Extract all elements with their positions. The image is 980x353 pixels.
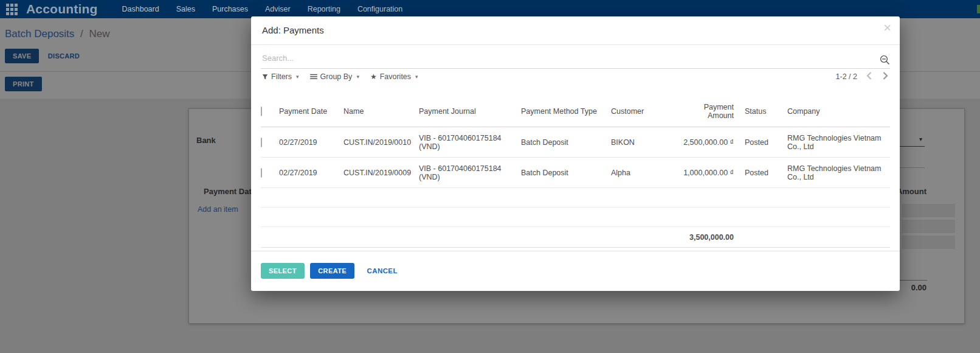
filter-funnel-icon: [262, 74, 268, 80]
screen: Accounting Dashboard Sales Purchases Adv…: [0, 0, 980, 353]
table-row[interactable]: 02/27/2019 CUST.IN/2019/0009 VIB - 60170…: [261, 158, 890, 188]
apps-grid-icon[interactable]: [6, 4, 18, 15]
nav-item-adviser[interactable]: Adviser: [265, 5, 291, 13]
header-payment-amount: Payment Amount: [679, 103, 734, 120]
filters-label: Filters: [271, 72, 292, 81]
chevron-down-icon: ▾: [296, 74, 299, 80]
cell-payment-journal: VIB - 601704060175184 (VND): [419, 164, 521, 181]
table-header-row: Payment Date Name Payment Journal Paymen…: [261, 96, 890, 127]
cell-payment-date: 02/27/2019: [279, 169, 343, 177]
app-brand: Accounting: [26, 2, 98, 16]
favorites-star-icon: ★: [370, 72, 377, 81]
row-checkbox[interactable]: [261, 168, 262, 178]
header-payment-date: Payment Date: [279, 107, 343, 116]
search-magnifier-icon[interactable]: [880, 55, 890, 68]
nav-item-sales[interactable]: Sales: [176, 5, 195, 13]
pager-next-icon[interactable]: [881, 71, 890, 82]
pager-prev-icon[interactable]: [864, 71, 874, 82]
empty-row: [261, 188, 890, 208]
pager: 1-2 / 2: [836, 71, 890, 82]
select-button[interactable]: SELECT: [261, 263, 305, 279]
modal-title: Add: Payments: [262, 25, 324, 35]
total-payment-amount: 3,500,000.00: [679, 233, 734, 242]
chevron-down-icon: ▾: [415, 74, 418, 80]
cell-customer: BIKON: [611, 138, 679, 147]
total-row: 3,500,000.00: [261, 227, 890, 248]
top-navbar: Accounting Dashboard Sales Purchases Adv…: [0, 0, 980, 18]
cell-payment-method-type: Batch Deposit: [521, 138, 611, 147]
nav-item-configuration[interactable]: Configuration: [357, 5, 402, 13]
cell-payment-method-type: Batch Deposit: [521, 169, 611, 177]
modal-header: Add: Payments ×: [251, 16, 900, 45]
header-company: Company: [781, 107, 890, 116]
filters-dropdown[interactable]: Filters ▾: [262, 72, 299, 81]
select-all-checkbox[interactable]: [261, 107, 262, 116]
header-name: Name: [343, 107, 419, 116]
cell-company: RMG Technologies Vietnam Co., Ltd: [781, 164, 890, 181]
favorites-dropdown[interactable]: ★ Favorites ▾: [370, 72, 418, 81]
modal-footer: SELECT CREATE CANCEL: [251, 251, 900, 291]
cell-name: CUST.IN/2019/0009: [343, 169, 419, 177]
header-customer: Customer: [611, 107, 679, 116]
header-status: Status: [734, 107, 781, 116]
filter-bar: Filters ▾ Group By ▾ ★ Favorites ▾: [262, 72, 418, 81]
header-payment-method-type: Payment Method Type: [521, 107, 611, 116]
nav-right-indicator: [977, 5, 980, 13]
nav-item-reporting[interactable]: Reporting: [308, 5, 340, 13]
search-input[interactable]: [262, 54, 860, 63]
table-row[interactable]: 02/27/2019 CUST.IN/2019/0010 VIB - 60170…: [261, 127, 890, 158]
nav-menu: Dashboard Sales Purchases Adviser Report…: [122, 5, 403, 13]
cell-status: Posted: [734, 169, 781, 177]
cell-payment-journal: VIB - 601704060175184 (VND): [419, 134, 521, 151]
cell-payment-date: 02/27/2019: [279, 138, 343, 147]
group-by-dropdown[interactable]: Group By ▾: [310, 72, 359, 81]
cell-name: CUST.IN/2019/0010: [343, 138, 419, 147]
cell-payment-amount: 1,000,000.00 ₫: [679, 169, 734, 177]
create-button[interactable]: CREATE: [310, 263, 354, 279]
cell-payment-amount: 2,500,000.00 ₫: [679, 138, 734, 147]
search-bar: [261, 52, 890, 69]
add-payments-modal: Add: Payments × Filters ▾: [251, 16, 900, 291]
chevron-down-icon: ▾: [356, 74, 359, 80]
group-by-icon: [310, 74, 317, 80]
cell-status: Posted: [734, 138, 781, 147]
cancel-button[interactable]: CANCEL: [367, 267, 398, 274]
cell-customer: Alpha: [611, 169, 679, 177]
pager-range: 1-2 / 2: [836, 72, 857, 81]
nav-item-purchases[interactable]: Purchases: [212, 5, 248, 13]
payments-table: Payment Date Name Payment Journal Paymen…: [261, 96, 890, 248]
nav-item-dashboard[interactable]: Dashboard: [122, 5, 159, 13]
row-checkbox[interactable]: [261, 138, 262, 147]
header-payment-journal: Payment Journal: [419, 107, 521, 116]
close-icon[interactable]: ×: [883, 21, 891, 35]
cell-company: RMG Technologies Vietnam Co., Ltd: [781, 134, 890, 151]
group-by-label: Group By: [320, 72, 353, 81]
favorites-label: Favorites: [380, 72, 411, 81]
empty-row: [261, 208, 890, 227]
